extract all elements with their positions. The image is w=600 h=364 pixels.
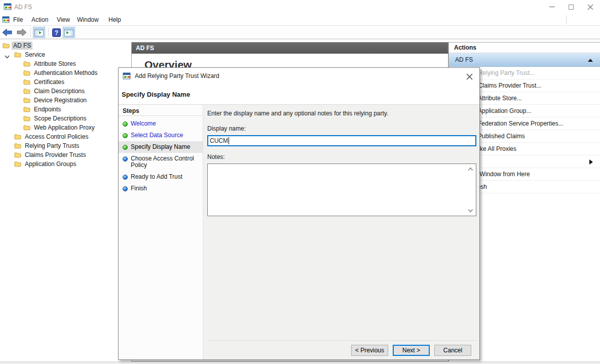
display-name-value: CUCM [210,137,228,144]
tree-item-relying-party-trusts[interactable]: Relying Party Trusts [0,141,131,150]
actions-group-label: AD FS [455,56,473,63]
step-select-data-source[interactable]: Select Data Source [119,130,203,141]
step-label: Select Data Source [131,132,183,139]
tree-item-access-control-policies[interactable]: Access Control Policies [0,132,131,141]
action-pane-icon [64,29,73,36]
step-label: Finish [131,185,147,192]
notes-textarea[interactable] [207,164,476,216]
back-button[interactable] [1,27,13,38]
close-button[interactable] [581,0,600,14]
collapse-icon[interactable] [588,59,593,62]
step-welcome[interactable]: Welcome [119,118,203,130]
maximize-icon [569,5,574,10]
folder-icon [14,134,21,140]
window-title: AD FS [14,4,32,11]
folder-icon [14,152,21,158]
maximize-button[interactable] [561,0,581,14]
step-pending-icon [123,175,128,180]
adfs-app-icon-small [2,16,10,25]
console-tree-pane: AD FS Service Attribute Stores Authentic… [0,41,131,361]
menu-help[interactable]: Help [107,14,122,26]
folder-icon [23,125,30,131]
step-label: Choose Access Control Policy [131,155,194,169]
scroll-down-icon[interactable] [468,208,473,213]
tree-item-endpoints[interactable]: Endpoints [0,105,131,114]
folder-icon [23,79,30,85]
dialog-title: Add Relying Party Trust Wizard [135,72,219,79]
toolbar: ? [0,26,600,39]
adfs-app-icon [4,3,12,12]
folder-icon [23,97,30,103]
tree-item-label: Service [23,51,47,59]
tree-item-claims-provider-trusts[interactable]: Claims Provider Trusts [0,150,131,159]
actions-pane-title: Actions [449,43,600,53]
close-icon [587,4,593,10]
previous-button[interactable]: < Previous [351,345,388,356]
scroll-up-icon[interactable] [468,168,473,173]
tree-item-claim-descriptions[interactable]: Claim Descriptions [0,87,131,96]
folder-icon [3,43,10,49]
tree-item-device-registration[interactable]: Device Registration [0,96,131,105]
wizard-steps-panel: Steps Welcome Select Data Source Specify… [119,105,203,359]
folder-icon [14,161,21,167]
step-label: Specify Display Name [131,143,190,150]
step-done-icon [123,145,128,150]
minimize-button[interactable] [542,0,561,14]
tree-item-adfs-root[interactable]: AD FS [0,41,131,50]
menu-window[interactable]: Window [76,14,100,26]
step-label: Ready to Add Trust [131,173,182,180]
dialog-footer: < Previous Next > Cancel [207,340,476,359]
window-bottom-edge [0,361,600,364]
step-finish[interactable]: Finish [119,183,203,194]
step-done-icon [123,122,128,127]
tree-item-web-application-proxy[interactable]: Web Application Proxy [0,123,131,132]
dialog-heading: Specify Display Name [119,85,479,105]
show-console-tree-button[interactable] [33,27,45,38]
folder-icon [23,70,30,76]
tree-item-attribute-stores[interactable]: Attribute Stores [0,59,131,68]
next-button[interactable]: Next > [393,345,430,356]
step-specify-display-name[interactable]: Specify Display Name [119,141,203,153]
folder-icon [14,52,21,58]
forward-arrow-icon [16,28,27,36]
tree-item-label: Relying Party Trusts [23,142,81,150]
help-button[interactable]: ? [50,27,62,38]
notes-label: Notes: [207,153,476,160]
wizard-content-panel: Enter the display name and any optional … [203,105,479,359]
tree-item-label: Web Application Proxy [32,124,96,132]
tree-item-scope-descriptions[interactable]: Scope Descriptions [0,114,131,123]
show-action-pane-button[interactable] [63,27,75,38]
dialog-body: Steps Welcome Select Data Source Specify… [119,105,479,359]
forward-button[interactable] [15,27,27,38]
close-icon [466,73,473,80]
tree-item-authentication-methods[interactable]: Authentication Methods [0,68,131,77]
dialog-titlebar[interactable]: Add Relying Party Trust Wizard [119,68,479,85]
wizard-icon [123,72,131,82]
tree-item-service[interactable]: Service [0,50,131,59]
mdi-separator [566,15,567,24]
actions-group-header[interactable]: AD FS [449,53,600,67]
window-titlebar: AD FS [0,0,600,14]
step-label: Welcome [131,120,156,127]
step-done-icon [123,133,128,138]
steps-list: Welcome Select Data Source Specify Displ… [119,118,203,194]
dialog-close-button[interactable] [464,71,474,82]
toolbar-separator [30,28,31,37]
tree-item-certificates[interactable]: Certificates [0,77,131,87]
step-ready-to-add-trust[interactable]: Ready to Add Trust [119,171,203,183]
menu-file[interactable]: File [12,14,24,26]
tree-item-application-groups[interactable]: Application Groups [0,159,131,169]
menu-action[interactable]: Action [30,14,49,26]
step-pending-icon [123,156,128,161]
tree-item-label: Access Control Policies [23,133,90,141]
step-choose-access-control-policy[interactable]: Choose Access Control Policy [119,153,203,171]
add-relying-party-trust-wizard-dialog: Add Relying Party Trust Wizard Specify D… [118,67,480,360]
tree-item-label: Application Groups [23,160,78,168]
display-name-input[interactable]: CUCM [207,135,476,146]
tree-item-label: AD FS [12,42,32,50]
dialog-description: Enter the display name and any optional … [207,110,476,117]
toolbar-separator [48,28,49,37]
menu-view[interactable]: View [56,14,71,26]
cancel-button[interactable]: Cancel [434,345,471,356]
tree-item-label: Endpoints [32,105,62,113]
